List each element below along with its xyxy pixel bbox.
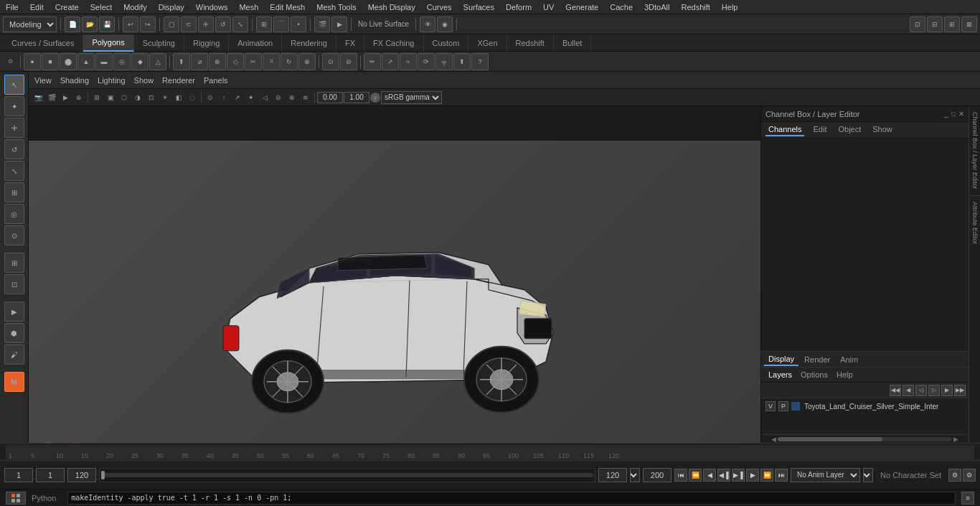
menu-mesh[interactable]: Mesh — [233, 1, 264, 13]
max-frame-input[interactable] — [643, 468, 672, 482]
tab-polygons[interactable]: Polygons — [83, 34, 133, 52]
anim-layer-dropdown-arrow[interactable]: ▼ — [863, 468, 873, 482]
playback-play[interactable]: ▶▐ — [732, 469, 745, 482]
render-view-button[interactable]: 🎬 — [314, 17, 330, 32]
cb-maximize-icon[interactable]: □ — [951, 110, 956, 118]
shelf-ep-curve[interactable]: ↗ — [382, 53, 399, 70]
menu-create[interactable]: Create — [50, 1, 85, 13]
tab-fx[interactable]: FX — [336, 34, 364, 52]
layers-nav-next[interactable]: ▶ — [941, 385, 953, 396]
timeline-ruler[interactable]: 1 5 10 15 20 25 30 35 40 45 50 55 60 65 … — [6, 445, 974, 459]
channel-box-label-vert[interactable]: Channel Box / Layer Editor — [969, 106, 980, 196]
slider-thumb[interactable] — [101, 471, 105, 479]
show-manip-icon[interactable]: ⊙ — [4, 225, 24, 245]
menu-select[interactable]: Select — [85, 1, 118, 13]
layers-display-tab[interactable]: Display — [764, 353, 798, 366]
vp-deformers-icon[interactable]: ⊕ — [286, 91, 298, 104]
vp-smooth-icon[interactable]: ⊙ — [204, 91, 217, 104]
shelf-extrude[interactable]: ⬆ — [173, 53, 190, 70]
playback-go-start[interactable]: ⏮ — [674, 469, 687, 482]
show-hide-button[interactable]: 👁 — [420, 17, 435, 32]
layers-sub-tab-layers[interactable]: Layers — [765, 369, 795, 380]
char-set-icon[interactable]: ⚙ — [948, 469, 961, 482]
cb-tab-edit[interactable]: Edit — [810, 123, 829, 136]
shelf-pen[interactable]: ✏ — [364, 53, 381, 70]
shelf-loft[interactable]: ╤ — [435, 53, 453, 70]
paint-select-icon[interactable]: ✦ — [4, 96, 24, 116]
vp-gamma-btn[interactable]: γ — [370, 93, 380, 103]
tab-sculpting[interactable]: Sculpting — [134, 34, 184, 52]
tab-xgen[interactable]: XGen — [468, 34, 507, 52]
ipr-button[interactable]: ▶ — [331, 17, 347, 32]
menu-windows[interactable]: Windows — [190, 1, 234, 13]
soft-mod-icon[interactable]: ◎ — [4, 204, 24, 224]
snap-grid-icon[interactable]: ⊞ — [4, 253, 24, 273]
isolate-button[interactable]: ◉ — [437, 17, 453, 32]
snap-point-button[interactable]: • — [291, 17, 306, 32]
rotate-icon[interactable]: ↺ — [4, 139, 24, 159]
layers-anim-tab[interactable]: Anim — [836, 354, 862, 365]
vp-texture-icon[interactable]: ⊡ — [145, 91, 158, 104]
layout-btn-2[interactable]: ⊟ — [927, 17, 943, 32]
menu-edit[interactable]: Edit — [24, 1, 50, 13]
shelf-connect[interactable]: ⌗ — [263, 53, 280, 70]
menu-cache[interactable]: Cache — [604, 1, 639, 13]
menu-edit-mesh[interactable]: Edit Mesh — [264, 1, 311, 13]
shelf-bevel[interactable]: ◇ — [227, 53, 244, 70]
vp-film-icon[interactable]: 🎬 — [45, 91, 58, 104]
menu-uv[interactable]: UV — [537, 1, 560, 13]
shelf-split[interactable]: ✂ — [245, 53, 262, 70]
vp-video-icon[interactable]: ▶ — [59, 91, 72, 104]
lasso-button[interactable]: ⊂ — [181, 17, 197, 32]
paint-fx-icon[interactable]: 🖌 — [4, 345, 24, 365]
vp-menu-lighting[interactable]: Lighting — [98, 76, 126, 85]
vp-shading-icon[interactable]: ◑ — [131, 91, 144, 104]
vp-xray-icon[interactable]: ⊖ — [272, 91, 285, 104]
tab-rigging[interactable]: Rigging — [184, 34, 229, 52]
menu-help[interactable]: Help — [716, 1, 744, 13]
menu-mesh-tools[interactable]: Mesh Tools — [311, 1, 362, 13]
layer-visibility-toggle[interactable]: V — [765, 401, 776, 411]
menu-file[interactable]: File — [0, 1, 24, 13]
playback-next-frame[interactable]: ▶ — [746, 469, 759, 482]
viewport-float1[interactable] — [317, 92, 343, 103]
vp-wireframe-icon[interactable]: ▣ — [104, 91, 117, 104]
layer-pickable-toggle[interactable]: P — [778, 401, 788, 411]
shelf-extrude2[interactable]: ⬆ — [453, 53, 471, 70]
cb-close-icon[interactable]: ✕ — [958, 110, 964, 118]
vp-menu-show[interactable]: Show — [134, 76, 154, 85]
scale-tool-button[interactable]: ⤡ — [232, 17, 248, 32]
snap-grid-button[interactable]: ⊞ — [256, 17, 272, 32]
vp-motion-blur-icon[interactable]: ≋ — [299, 91, 312, 104]
vp-face-normals-icon[interactable]: ↑ — [217, 91, 230, 104]
vp-menu-renderer[interactable]: Renderer — [162, 76, 195, 85]
horizontal-scrollbar[interactable]: ◀ ▶ — [761, 434, 969, 443]
undo-button[interactable]: ↩ — [123, 17, 138, 32]
layout-btn-4[interactable]: ⊠ — [961, 17, 977, 32]
viewport-float2[interactable] — [344, 92, 369, 103]
tab-curves-surfaces[interactable]: Curves / Surfaces — [3, 34, 83, 52]
move-tool-button[interactable]: ✛ — [198, 17, 214, 32]
shelf-plane[interactable]: ▬ — [95, 53, 113, 70]
shelf-target-weld[interactable]: ⊗ — [298, 53, 316, 70]
cb-minimize-icon[interactable]: _ — [944, 110, 948, 118]
shelf-loop[interactable]: ↻ — [281, 53, 298, 70]
vp-display-icon[interactable]: ⬡ — [118, 91, 131, 104]
vp-light-icon[interactable]: ☀ — [159, 91, 171, 104]
layers-nav-first[interactable]: ◀◀ — [890, 385, 901, 396]
attribute-editor-label-vert[interactable]: Attribute Editor — [969, 196, 980, 250]
playback-prev-frame[interactable]: ◀ — [703, 469, 716, 482]
command-line-input[interactable] — [67, 492, 956, 505]
tab-custom[interactable]: Custom — [424, 34, 469, 52]
command-echo-icon[interactable]: ≡ — [961, 492, 974, 505]
shelf-cone[interactable]: ▲ — [77, 53, 95, 70]
current-frame-input[interactable] — [4, 468, 33, 482]
shelf-cylinder[interactable]: ⬤ — [60, 53, 77, 70]
shelf-question[interactable]: ? — [471, 53, 489, 70]
anim-layer-selector[interactable]: No Anim Layer — [791, 468, 860, 482]
layout-btn-1[interactable]: ⊡ — [910, 17, 925, 32]
shelf-prism[interactable]: ◆ — [131, 53, 149, 70]
gamma-selector[interactable]: sRGB gamma — [381, 91, 442, 104]
range-start-input[interactable] — [36, 468, 65, 482]
shelf-cube[interactable]: ■ — [42, 53, 59, 70]
